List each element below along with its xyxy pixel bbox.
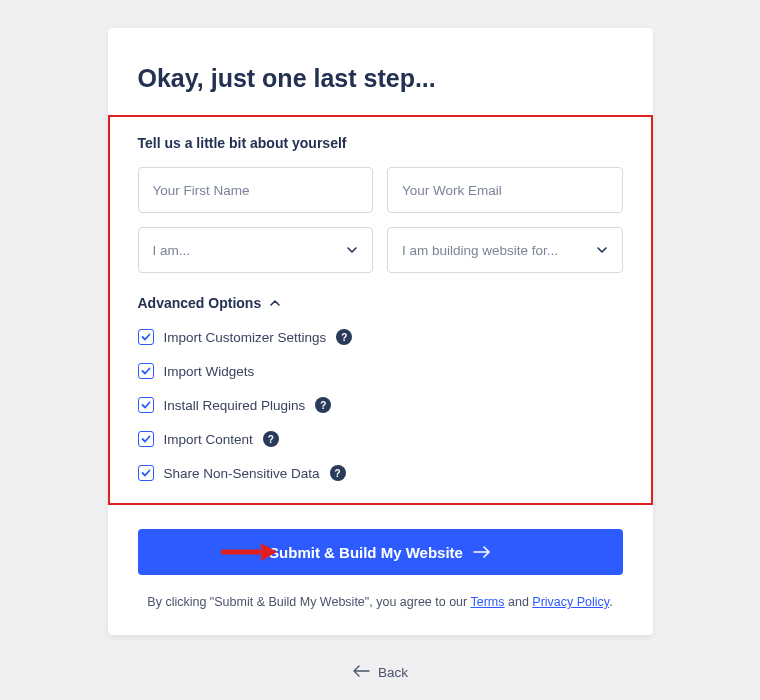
checkbox[interactable] <box>138 465 154 481</box>
role-select[interactable]: I am... <box>138 227 374 273</box>
building-for-select[interactable]: I am building website for... <box>387 227 623 273</box>
highlighted-section: Tell us a little bit about yourself I am… <box>108 115 653 505</box>
option-label: Import Content <box>164 432 253 447</box>
option-row: Share Non-Sensitive Data? <box>138 465 623 481</box>
help-icon[interactable]: ? <box>263 431 279 447</box>
checkbox[interactable] <box>138 431 154 447</box>
checkbox[interactable] <box>138 397 154 413</box>
chevron-down-icon <box>346 244 358 256</box>
option-row: Import Content? <box>138 431 623 447</box>
first-name-input[interactable] <box>138 167 374 213</box>
help-icon[interactable]: ? <box>330 465 346 481</box>
back-label: Back <box>378 665 408 680</box>
agree-mid: and <box>505 595 533 609</box>
agreement-text: By clicking "Submit & Build My Website",… <box>138 595 623 609</box>
advanced-options-list: Import Customizer Settings?Import Widget… <box>138 329 623 481</box>
option-row: Install Required Plugins? <box>138 397 623 413</box>
option-label: Import Widgets <box>164 364 255 379</box>
option-label: Import Customizer Settings <box>164 330 327 345</box>
checkbox[interactable] <box>138 363 154 379</box>
option-label: Share Non-Sensitive Data <box>164 466 320 481</box>
work-email-input[interactable] <box>387 167 623 213</box>
help-icon[interactable]: ? <box>315 397 331 413</box>
section-subtitle: Tell us a little bit about yourself <box>138 135 623 151</box>
role-select-placeholder: I am... <box>153 243 191 258</box>
checkbox[interactable] <box>138 329 154 345</box>
input-row-1 <box>138 167 623 213</box>
submit-button-label: Submit & Build My Website <box>269 544 463 561</box>
advanced-options-toggle[interactable]: Advanced Options <box>138 295 623 311</box>
option-row: Import Widgets <box>138 363 623 379</box>
agree-prefix: By clicking "Submit & Build My Website",… <box>147 595 470 609</box>
privacy-link[interactable]: Privacy Policy <box>532 595 609 609</box>
input-row-2: I am... I am building website for... <box>138 227 623 273</box>
back-button[interactable]: Back <box>0 665 760 680</box>
advanced-options-label: Advanced Options <box>138 295 262 311</box>
chevron-down-icon <box>596 244 608 256</box>
submit-build-button[interactable]: Submit & Build My Website <box>138 529 623 575</box>
onboarding-card: Okay, just one last step... Tell us a li… <box>108 28 653 635</box>
submit-wrap: Submit & Build My Website <box>138 529 623 575</box>
page-title: Okay, just one last step... <box>138 64 623 93</box>
building-for-placeholder: I am building website for... <box>402 243 558 258</box>
option-row: Import Customizer Settings? <box>138 329 623 345</box>
help-icon[interactable]: ? <box>336 329 352 345</box>
agree-suffix: . <box>609 595 612 609</box>
chevron-up-icon <box>269 297 281 309</box>
arrow-right-icon <box>473 544 491 561</box>
terms-link[interactable]: Terms <box>470 595 504 609</box>
arrow-left-icon <box>352 665 370 680</box>
option-label: Install Required Plugins <box>164 398 306 413</box>
